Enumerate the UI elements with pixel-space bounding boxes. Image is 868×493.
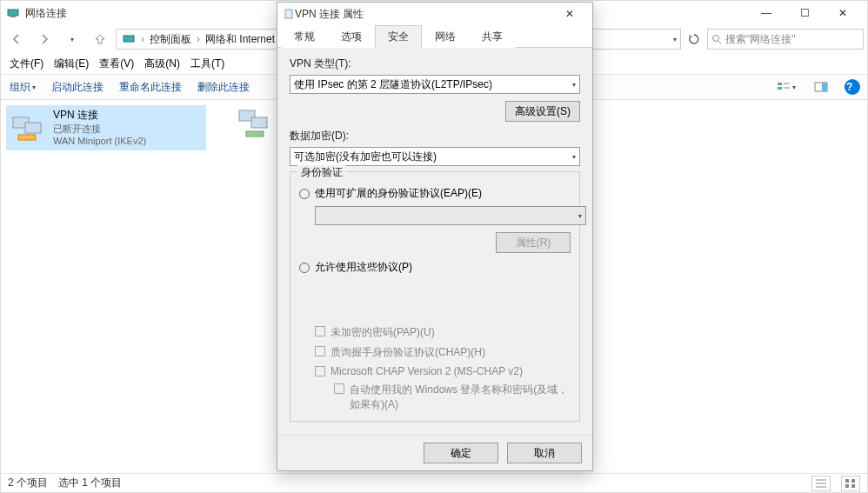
- status-selected: 选中 1 个项目: [58, 476, 122, 490]
- tab-options[interactable]: 选项: [328, 25, 375, 48]
- maximize-button[interactable]: ☐: [785, 1, 824, 25]
- check-mschap: Microsoft CHAP Version 2 (MS-CHAP v2): [315, 365, 571, 377]
- check-autologon: 自动使用我的 Windows 登录名称和密码(及域，如果有)(A): [334, 383, 571, 412]
- vpntype-select[interactable]: 使用 IPsec 的第 2 层隧道协议(L2TP/IPsec) ▾: [290, 75, 580, 94]
- preview-pane-button[interactable]: [810, 77, 832, 97]
- dialog-title: VPN 连接 属性: [295, 7, 552, 22]
- checkbox-icon: [315, 326, 325, 336]
- chevron-down-icon: ▾: [578, 212, 582, 220]
- check-pap: 未加密的密码(PAP)(U): [315, 325, 571, 340]
- help-button[interactable]: ?: [845, 79, 860, 95]
- chevron-right-icon: ›: [197, 33, 200, 45]
- minimize-button[interactable]: —: [747, 1, 785, 25]
- tab-general[interactable]: 常规: [281, 25, 328, 48]
- encryption-value: 可选加密(没有加密也可以连接): [294, 150, 437, 164]
- radio-eap[interactable]: 使用可扩展的身份验证协议(EAP)(E): [299, 186, 571, 201]
- organize-button[interactable]: 组织 ▾: [8, 78, 37, 97]
- ok-button[interactable]: 确定: [424, 443, 498, 463]
- vpntype-value: 使用 IPsec 的第 2 层隧道协议(L2TP/IPsec): [294, 77, 492, 92]
- connection-item-vpn[interactable]: VPN 连接 已断开连接 WAN Miniport (IKEv2): [6, 105, 206, 150]
- connection-meta: VPN 连接 已断开连接 WAN Miniport (IKEv2): [53, 109, 146, 147]
- svg-rect-21: [851, 479, 855, 483]
- svg-rect-20: [845, 479, 849, 483]
- svg-rect-6: [778, 87, 782, 90]
- svg-rect-16: [246, 131, 264, 137]
- connection-status: 已断开连接: [53, 123, 146, 135]
- connection-name: VPN 连接: [53, 109, 146, 123]
- tab-strip: 常规 选项 安全 网络 共享: [277, 25, 592, 48]
- crumb-0[interactable]: 控制面板: [148, 30, 193, 49]
- svg-rect-1: [10, 16, 16, 17]
- encryption-select[interactable]: 可选加密(没有加密也可以连接) ▾: [290, 147, 580, 166]
- checkbox-icon: [315, 346, 325, 356]
- menu-tools[interactable]: 工具(T): [187, 55, 228, 73]
- start-connection-button[interactable]: 启动此连接: [50, 78, 105, 97]
- tab-network[interactable]: 网络: [422, 25, 469, 48]
- menu-file[interactable]: 文件(F): [6, 55, 47, 73]
- menu-advanced[interactable]: 高级(N): [141, 55, 184, 73]
- auth-groupbox: 身份验证 使用可扩展的身份验证协议(EAP)(E) ▾ 属性(R) 允许使用这些…: [290, 171, 580, 422]
- status-count: 2 个项目: [8, 476, 48, 490]
- check-pap-label: 未加密的密码(PAP)(U): [331, 325, 435, 340]
- svg-rect-10: [822, 83, 827, 91]
- check-chap-label: 质询握手身份验证协议(CHAP)(H): [331, 345, 485, 360]
- search-placeholder: 搜索"网络连接": [725, 32, 796, 47]
- close-button[interactable]: ✕: [824, 1, 862, 25]
- dialog-icon: [283, 8, 295, 20]
- svg-line-4: [718, 41, 721, 43]
- icons-view-button[interactable]: [841, 476, 860, 491]
- crumb-1[interactable]: 网络和 Internet: [204, 30, 277, 49]
- svg-rect-2: [124, 36, 134, 42]
- svg-rect-23: [851, 484, 855, 488]
- check-autologon-label: 自动使用我的 Windows 登录名称和密码(及域，如果有)(A): [350, 383, 571, 412]
- path-dropdown[interactable]: ▾: [673, 36, 677, 43]
- refresh-button[interactable]: [684, 29, 704, 50]
- connection-item-other[interactable]: [236, 105, 277, 147]
- svg-rect-22: [845, 484, 849, 488]
- chevron-down-icon: ▾: [572, 81, 576, 89]
- auth-legend: 身份验证: [297, 165, 346, 180]
- statusbar: 2 个项目 选中 1 个项目: [1, 473, 867, 492]
- delete-connection-button[interactable]: 删除此连接: [196, 78, 251, 97]
- chevron-down-icon: ▾: [572, 153, 576, 161]
- tab-security[interactable]: 安全: [375, 25, 422, 48]
- svg-rect-5: [778, 83, 782, 85]
- eap-method-select: ▾: [315, 206, 586, 225]
- svg-rect-15: [251, 117, 267, 128]
- checkbox-icon: [315, 366, 325, 376]
- breadcrumb-icon: [120, 30, 137, 48]
- dialog-footer: 确定 取消: [277, 435, 592, 470]
- view-options-button[interactable]: ▾: [775, 77, 798, 97]
- connection-device: WAN Miniport (IKEv2): [53, 135, 146, 147]
- svg-rect-12: [25, 123, 41, 133]
- recent-dropdown[interactable]: ▾: [60, 28, 84, 50]
- search-icon: [711, 34, 722, 44]
- check-chap: 质询握手身份验证协议(CHAP)(H): [315, 345, 571, 360]
- window-buttons: — ☐ ✕: [747, 1, 862, 25]
- app-icon: [6, 6, 20, 20]
- radio-icon: [299, 263, 310, 273]
- rename-connection-button[interactable]: 重命名此连接: [117, 78, 184, 97]
- radio-allow-protocols[interactable]: 允许使用这些协议(P): [299, 260, 571, 275]
- up-button[interactable]: [88, 28, 112, 50]
- menu-view[interactable]: 查看(V): [96, 55, 137, 73]
- vpntype-label: VPN 类型(T):: [290, 57, 580, 71]
- properties-dialog: VPN 连接 属性 ✕ 常规 选项 安全 网络 共享 VPN 类型(T): 使用…: [277, 2, 593, 471]
- radio-allow-label: 允许使用这些协议(P): [315, 260, 412, 275]
- details-view-button[interactable]: [811, 476, 831, 491]
- advanced-settings-button[interactable]: 高级设置(S): [505, 101, 580, 122]
- svg-rect-24: [285, 10, 292, 18]
- svg-rect-0: [8, 10, 18, 16]
- encryption-label: 数据加密(D):: [290, 129, 580, 143]
- tab-sharing[interactable]: 共享: [469, 25, 516, 48]
- chevron-right-icon: ›: [141, 33, 144, 45]
- eap-properties-button: 属性(R): [496, 232, 571, 253]
- cancel-button[interactable]: 取消: [507, 443, 582, 463]
- forward-button[interactable]: [32, 28, 57, 50]
- svg-rect-13: [18, 135, 36, 140]
- dialog-body: VPN 类型(T): 使用 IPsec 的第 2 层隧道协议(L2TP/IPse…: [277, 48, 592, 435]
- dialog-close-button[interactable]: ✕: [552, 3, 587, 24]
- search-input[interactable]: 搜索"网络连接": [707, 29, 864, 50]
- back-button[interactable]: [4, 28, 29, 50]
- menu-edit[interactable]: 编辑(E): [50, 55, 92, 73]
